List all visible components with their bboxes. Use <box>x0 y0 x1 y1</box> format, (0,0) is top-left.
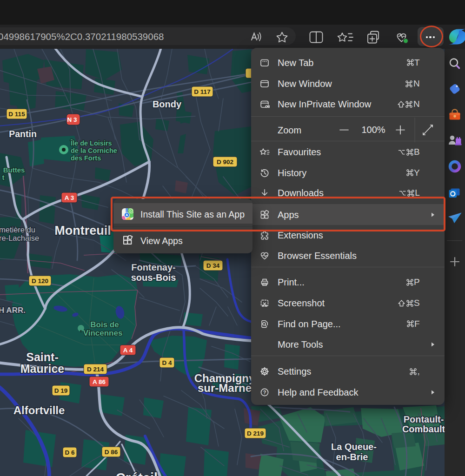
svg-text:A 86: A 86 <box>93 378 106 385</box>
svg-text:La Queue-: La Queue- <box>331 442 377 452</box>
svg-text:Vincennes: Vincennes <box>83 329 123 337</box>
svg-text:Maurice: Maurice <box>20 362 65 375</box>
svg-text:A 4: A 4 <box>123 347 133 354</box>
svg-text:re-Lachaise: re-Lachaise <box>0 234 39 242</box>
svg-text:D 34: D 34 <box>206 262 220 269</box>
svg-text:100%: 100% <box>361 125 385 135</box>
svg-text:Buttes: Buttes <box>3 166 25 174</box>
svg-text:?: ? <box>263 390 266 395</box>
svg-text:sur-Marne: sur-Marne <box>198 382 252 394</box>
svg-text:Saint-: Saint- <box>26 350 58 364</box>
svg-text:D 86: D 86 <box>105 449 118 456</box>
svg-text:D 115: D 115 <box>8 111 25 118</box>
svg-text:Pantin: Pantin <box>9 129 37 139</box>
svg-text:N 3: N 3 <box>67 116 77 123</box>
svg-text:en-Brie: en-Brie <box>336 452 368 462</box>
svg-text:Bois de: Bois de <box>90 320 119 329</box>
svg-text:H ARR.: H ARR. <box>0 306 26 315</box>
svg-text:t: t <box>2 173 5 181</box>
svg-text:Bondy: Bondy <box>153 99 182 109</box>
svg-text:D 902: D 902 <box>217 159 233 165</box>
svg-text:Alfortville: Alfortville <box>13 404 65 416</box>
svg-text:A 3: A 3 <box>65 194 74 201</box>
svg-text:D 219: D 219 <box>247 430 264 437</box>
svg-text:de la Corniche: de la Corniche <box>71 147 117 154</box>
svg-text:D 6: D 6 <box>65 449 75 456</box>
svg-text:D 214: D 214 <box>87 366 104 373</box>
svg-text:D 120: D 120 <box>32 278 48 284</box>
svg-text:D 117: D 117 <box>194 88 210 95</box>
svg-text:sous-Bois: sous-Bois <box>131 272 176 283</box>
svg-text:D 19: D 19 <box>54 387 68 394</box>
svg-text:des Forts: des Forts <box>71 154 101 162</box>
svg-text:Fontenay-: Fontenay- <box>131 262 176 272</box>
svg-text:metière du: metière du <box>0 225 35 234</box>
svg-text:D 4: D 4 <box>162 359 172 366</box>
svg-text:Créteil: Créteil <box>116 470 158 476</box>
svg-text:Montreuil: Montreuil <box>54 224 111 238</box>
svg-text:Combault: Combault <box>402 424 445 434</box>
svg-text:Pontault-: Pontault- <box>404 414 444 424</box>
svg-text:Île de Loisirs: Île de Loisirs <box>70 139 112 147</box>
